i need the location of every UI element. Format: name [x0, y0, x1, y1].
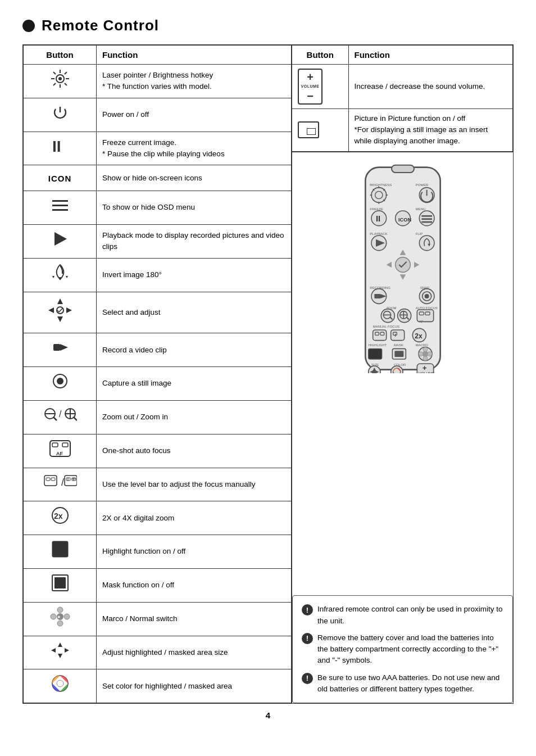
left-col2-header: Function	[97, 46, 292, 65]
svg-line-7	[53, 83, 56, 85]
left-function-cell: Laser pointer / Brightness hotkey * The …	[97, 65, 292, 98]
svg-rect-13	[52, 205, 68, 206]
note-bullet: !	[302, 604, 313, 615]
left-function-cell: Marco / Normal switch	[97, 602, 292, 636]
left-table-row: IIFreeze current image. * Pause the clip…	[24, 132, 292, 165]
left-icon-cell	[24, 292, 97, 333]
left-table-row: ✦Marco / Normal switch	[24, 602, 292, 636]
left-function-cell: Power on / off	[97, 98, 292, 132]
left-function-cell: Adjust highlighted / masked area size	[97, 636, 292, 669]
svg-text:AF: AF	[419, 319, 424, 323]
svg-rect-86	[421, 215, 432, 217]
svg-text:/: /	[61, 477, 64, 488]
svg-point-85	[419, 211, 434, 226]
left-icon-cell	[24, 669, 97, 703]
svg-marker-58	[58, 642, 62, 647]
svg-rect-39	[51, 478, 55, 481]
svg-point-9	[58, 77, 62, 80]
svg-marker-15	[54, 232, 67, 246]
svg-text:/: /	[59, 409, 62, 419]
svg-line-6	[65, 72, 67, 74]
right-section: Button Function +VOLUME−Increase / decre…	[292, 44, 514, 704]
svg-text:PLAYBACK: PLAYBACK	[370, 232, 387, 235]
svg-marker-59	[58, 654, 62, 658]
left-icon-cell: /	[24, 400, 97, 434]
right-function-cell: Picture in Picture function on / off *Fo…	[348, 108, 513, 151]
left-table-row: Playback mode to display recorded pictur…	[24, 224, 292, 258]
circle-icon	[22, 20, 35, 32]
svg-marker-22	[60, 344, 68, 351]
remote-image-area: BRIGHTNESS POWER	[292, 152, 513, 587]
svg-point-63	[57, 680, 63, 687]
svg-rect-65	[392, 165, 414, 172]
left-table-row: Highlight function on / off	[24, 535, 292, 569]
left-icon-cell	[24, 98, 97, 132]
svg-rect-51	[54, 577, 66, 588]
left-table-row: /Use the level bar to adjust the focus m…	[24, 468, 292, 501]
svg-point-139	[423, 347, 427, 351]
main-content: Button Function Laser pointer / Brightne…	[22, 44, 514, 704]
svg-rect-88	[421, 221, 432, 223]
left-table-row: /Zoom out / Zoom in	[24, 400, 292, 434]
svg-point-106	[424, 294, 429, 298]
svg-text:MENU: MENU	[415, 207, 425, 210]
left-function-cell: Use the level bar to adjust the focus ma…	[97, 468, 292, 501]
left-table-row: AFOne-shot auto focus	[24, 434, 292, 468]
left-function-cell: Freeze current image. * Pause the clip w…	[97, 132, 292, 165]
left-icon-cell: /	[24, 468, 97, 501]
left-icon-cell: II	[24, 132, 97, 165]
left-function-cell: Set color for highlighted / masked area	[97, 669, 292, 703]
svg-rect-12	[52, 200, 68, 202]
svg-line-32	[74, 417, 77, 420]
svg-rect-123	[373, 330, 386, 341]
svg-rect-21	[53, 344, 60, 351]
left-table-row: Select and adjust	[24, 292, 292, 333]
svg-rect-49	[52, 541, 68, 557]
note-bullet: !	[302, 633, 313, 644]
left-function-cell: Show or hide on-screen icons	[97, 165, 292, 191]
left-icon-cell	[24, 333, 97, 367]
left-icon-cell	[24, 224, 97, 258]
svg-line-4	[53, 72, 56, 74]
left-function-cell: Playback mode to display recorded pictur…	[97, 224, 292, 258]
svg-text:II: II	[376, 214, 380, 223]
left-table-row: Record a video clip	[24, 333, 292, 367]
right-table-row: Picture in Picture function on / off *Fo…	[292, 108, 513, 151]
svg-point-77	[375, 191, 382, 198]
svg-marker-19	[66, 307, 72, 313]
svg-text:MASK: MASK	[394, 343, 403, 347]
left-icon-cell	[24, 65, 97, 98]
note-item: !Be sure to use two AAA batteries. Do no…	[302, 672, 503, 695]
svg-rect-102	[374, 294, 380, 298]
page-title: Remote Control	[22, 17, 514, 34]
svg-point-53	[57, 607, 63, 613]
svg-text:FLIP: FLIP	[415, 232, 423, 235]
left-table-row: ICONShow or hide on-screen icons	[24, 165, 292, 191]
svg-text:VOLUME: VOLUME	[418, 372, 434, 373]
left-function-cell: Invert image 180°	[97, 258, 292, 292]
note-text: Infrared remote control can only be used…	[317, 604, 503, 627]
left-icon-cell	[24, 191, 97, 225]
svg-marker-60	[51, 648, 56, 653]
svg-point-140	[423, 356, 427, 360]
page-number: 4	[22, 710, 514, 720]
left-function-cell: Capture a still image	[97, 367, 292, 401]
right-icon-cell: +VOLUME−	[292, 65, 348, 109]
note-bullet: !	[302, 673, 313, 684]
svg-point-54	[57, 621, 63, 626]
left-function-cell: Zoom out / Zoom in	[97, 400, 292, 434]
left-table-row: Power on / off	[24, 98, 292, 132]
svg-text:2x: 2x	[54, 511, 63, 520]
svg-point-93	[419, 236, 434, 251]
svg-text:✦: ✦	[57, 614, 61, 620]
svg-marker-17	[57, 316, 63, 322]
left-table-row: Laser pointer / Brightness hotkey * The …	[24, 65, 292, 98]
note-text: Be sure to use two AAA batteries. Do not…	[317, 672, 503, 695]
remote-control-svg: BRIGHTNESS POWER	[358, 164, 448, 373]
svg-line-27	[53, 417, 57, 420]
svg-rect-38	[46, 478, 50, 481]
left-function-cell: Mask function on / off	[97, 568, 292, 602]
left-icon-cell: ICON	[24, 165, 97, 191]
left-function-cell: One-shot auto focus	[97, 434, 292, 468]
svg-point-56	[64, 614, 70, 619]
